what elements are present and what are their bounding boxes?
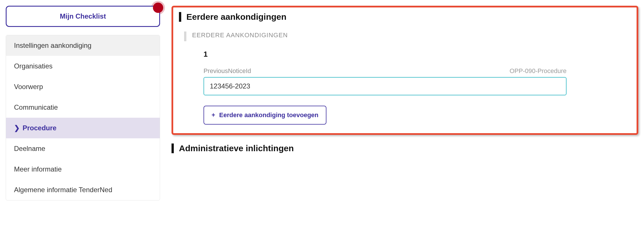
sub-section: EERDERE AANKONDIGINGEN 1 Verwijder	[179, 32, 631, 125]
sidebar-item-label: Meer informatie	[14, 165, 62, 173]
checklist-label: Mijn Checklist	[60, 12, 106, 20]
section-title-2: Administratieve inlichtingen	[179, 143, 294, 153]
announcement-item-row: 1 Verwijderen	[192, 50, 631, 67]
my-checklist-button[interactable]: Mijn Checklist	[6, 6, 160, 27]
sidebar-item-label: Instellingen aankondiging	[14, 42, 91, 50]
sidebar-item-organisaties[interactable]: Organisaties	[6, 56, 160, 76]
sidebar-item-meer-informatie[interactable]: Meer informatie	[6, 159, 160, 180]
section-header-2: Administratieve inlichtingen	[172, 143, 638, 153]
sidebar-item-deelname[interactable]: Deelname	[6, 138, 160, 159]
sidebar-nav: Instellingen aankondiging Organisaties V…	[6, 35, 160, 200]
sidebar-item-communicatie[interactable]: Communicatie	[6, 97, 160, 118]
field-label: PreviousNoticeId	[204, 67, 251, 75]
sidebar-item-algemene-informatie[interactable]: Algemene informatie TenderNed	[6, 180, 160, 200]
field-code: OPP-090-Procedure	[510, 67, 567, 75]
main-content: Eerdere aankondigingen EERDERE AANKONDIG…	[172, 6, 638, 163]
chevron-right-icon: ❯	[14, 124, 20, 132]
add-button-label: Eerdere aankondiging toevoegen	[219, 111, 318, 119]
title-accent-bar	[172, 143, 174, 153]
sidebar-item-procedure[interactable]: ❯ Procedure	[6, 118, 160, 138]
sidebar-item-label: Deelname	[14, 145, 45, 153]
section-title: Eerdere aankondigingen	[186, 12, 286, 22]
sub-accent-bar	[184, 32, 186, 41]
sidebar-item-label: Organisaties	[14, 62, 53, 70]
sidebar-item-label: Procedure	[23, 124, 57, 132]
title-accent-bar	[179, 12, 181, 22]
item-index: 1	[204, 50, 208, 59]
field-group: PreviousNoticeId OPP-090-Procedure + Eer…	[192, 67, 631, 125]
sidebar-item-label: Algemene informatie TenderNed	[14, 186, 112, 194]
sub-section-label: EERDERE AANKONDIGINGEN	[192, 32, 631, 39]
plus-icon: +	[212, 111, 215, 119]
section-header: Eerdere aankondigingen	[179, 12, 631, 22]
sidebar-item-voorwerp[interactable]: Voorwerp	[6, 76, 160, 97]
sidebar-item-label: Voorwerp	[14, 83, 43, 91]
notification-dot-icon	[153, 3, 163, 13]
sidebar: Mijn Checklist Instellingen aankondiging…	[6, 6, 160, 200]
sidebar-item-label: Communicatie	[14, 103, 58, 111]
previous-notice-id-input[interactable]	[204, 77, 567, 95]
highlighted-section: Eerdere aankondigingen EERDERE AANKONDIG…	[172, 6, 638, 135]
sidebar-item-instellingen[interactable]: Instellingen aankondiging	[6, 35, 160, 56]
add-announcement-button[interactable]: + Eerdere aankondiging toevoegen	[204, 106, 326, 125]
